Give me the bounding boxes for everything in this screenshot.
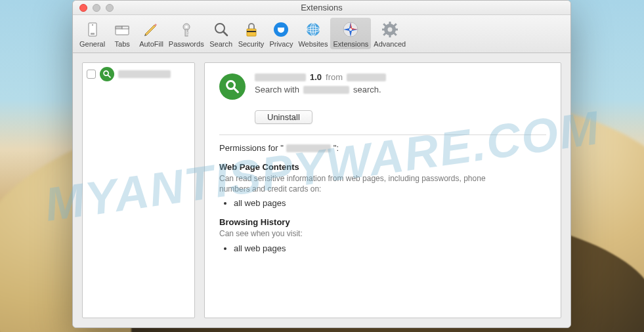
tab-extensions[interactable]: Extensions — [330, 18, 371, 49]
tab-advanced[interactable]: Advanced — [371, 18, 408, 49]
permissions-title-prefix: Permissions for " — [219, 143, 284, 153]
extension-name-redacted — [118, 70, 171, 78]
permissions-name-redacted — [286, 144, 331, 152]
desc-prefix: Search with — [255, 85, 299, 94]
tab-label: General — [79, 40, 105, 48]
autofill-icon — [142, 20, 160, 39]
tabs-icon — [113, 20, 131, 39]
permission-item: all web pages — [234, 243, 546, 253]
websites-icon — [304, 20, 322, 39]
tab-websites[interactable]: Websites — [295, 18, 330, 49]
tab-label: Security — [238, 40, 265, 48]
permission-body: Can read sensitive information from web … — [219, 173, 495, 194]
tab-tabs[interactable]: Tabs — [108, 18, 137, 49]
extensions-list — [82, 62, 195, 318]
extension-header: 1.0 from Search with search. — [219, 72, 546, 100]
permission-heading: Browsing History — [219, 217, 546, 227]
permission-section-webpage: Web Page Contents Can read sensitive inf… — [219, 162, 546, 208]
svg-rect-14 — [247, 31, 256, 32]
svg-point-1 — [92, 24, 93, 26]
svg-rect-9 — [186, 32, 189, 33]
tab-label: Extensions — [333, 40, 368, 48]
svg-point-24 — [387, 28, 392, 32]
extension-version: 1.0 — [310, 72, 322, 82]
passwords-icon — [177, 20, 196, 39]
maximize-button[interactable] — [106, 4, 114, 12]
tab-security[interactable]: Security — [236, 18, 267, 49]
extension-icon — [219, 73, 246, 100]
search-icon — [212, 20, 230, 39]
permission-item: all web pages — [234, 198, 546, 208]
window-titlebar: Extensions — [73, 1, 570, 15]
tab-label: AutoFill — [139, 40, 163, 48]
traffic-lights — [73, 4, 114, 12]
svg-point-7 — [185, 26, 188, 28]
security-icon — [242, 20, 261, 39]
svg-rect-5 — [122, 26, 129, 29]
desc-suffix: search. — [353, 85, 381, 94]
extension-title-line: 1.0 from — [255, 72, 546, 82]
svg-rect-26 — [389, 34, 391, 37]
svg-line-36 — [234, 88, 238, 92]
svg-rect-25 — [389, 22, 391, 25]
svg-line-34 — [108, 75, 110, 77]
tab-general[interactable]: General — [77, 18, 108, 49]
extension-enable-checkbox[interactable] — [87, 70, 96, 79]
extensions-icon — [341, 20, 360, 39]
extension-author-redacted — [347, 73, 386, 81]
extension-detail: 1.0 from Search with search. Uninstall P… — [204, 62, 561, 318]
tab-label: Privacy — [269, 40, 293, 48]
tab-label: Search — [209, 40, 232, 48]
svg-rect-13 — [247, 29, 256, 36]
privacy-icon — [272, 20, 290, 39]
extension-icon — [100, 67, 114, 81]
svg-rect-27 — [382, 29, 385, 31]
svg-rect-4 — [116, 26, 122, 29]
tab-label: Tabs — [115, 40, 130, 48]
advanced-icon — [381, 20, 399, 39]
svg-rect-28 — [395, 29, 398, 31]
minimize-button[interactable] — [93, 4, 100, 12]
uninstall-button[interactable]: Uninstall — [255, 110, 312, 124]
svg-rect-10 — [186, 34, 188, 35]
svg-point-22 — [349, 28, 352, 31]
tab-autofill[interactable]: AutoFill — [137, 18, 166, 49]
permission-section-history: Browsing History Can see when you visit:… — [219, 217, 546, 253]
permission-list: all web pages — [234, 243, 546, 253]
svg-rect-2 — [91, 33, 95, 35]
from-label: from — [326, 72, 343, 82]
permissions-title: Permissions for " ": — [219, 143, 546, 153]
uninstall-row: Uninstall — [219, 110, 546, 124]
window-title: Extensions — [73, 3, 570, 12]
tab-label: Advanced — [374, 40, 406, 48]
tab-search[interactable]: Search — [207, 18, 236, 49]
permissions-title-suffix: ": — [333, 143, 339, 153]
tab-privacy[interactable]: Privacy — [267, 18, 295, 49]
tab-passwords[interactable]: Passwords — [166, 18, 207, 49]
extension-list-item[interactable] — [87, 67, 190, 81]
preferences-toolbar: General Tabs AutoFill Passwords Search — [73, 15, 570, 53]
permission-list: all web pages — [234, 198, 546, 208]
general-icon — [83, 20, 102, 39]
content-area: 1.0 from Search with search. Uninstall P… — [73, 53, 570, 327]
close-button[interactable] — [79, 4, 87, 12]
extension-search-redacted — [303, 86, 349, 94]
extension-name-redacted — [255, 73, 306, 81]
permission-body: Can see when you visit: — [219, 228, 495, 239]
extension-description: Search with search. — [255, 85, 546, 94]
preferences-window: Extensions General Tabs AutoFill Passw — [72, 0, 571, 328]
tab-label: Websites — [298, 40, 328, 48]
tab-label: Passwords — [169, 40, 204, 48]
svg-line-12 — [223, 31, 227, 35]
permission-heading: Web Page Contents — [219, 162, 546, 172]
divider — [219, 135, 546, 135]
